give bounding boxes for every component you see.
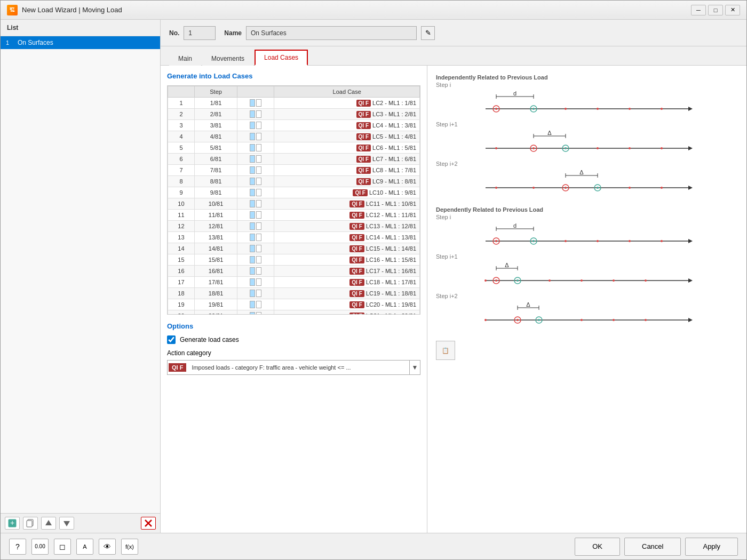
- color-dot-empty: [256, 245, 261, 252]
- color-dot-empty: [256, 166, 261, 174]
- table-row[interactable]: 18 18/81 QI F LC19 - ML1 : 18/81: [168, 288, 420, 299]
- col-lc: Load Case: [274, 86, 420, 98]
- table-row[interactable]: 15 15/81 QI F LC16 - ML1 : 15/81: [168, 254, 420, 266]
- qi-badge: QI F: [349, 234, 364, 241]
- diagram-export-icon[interactable]: 📋: [436, 341, 455, 360]
- move-down-button[interactable]: [59, 517, 74, 530]
- cell-lc: QI F LC17 - ML1 : 16/81: [274, 266, 420, 277]
- table-row[interactable]: 6 6/81 QI F LC7 - ML1 : 6/81: [168, 154, 420, 165]
- svg-point-87: [516, 319, 519, 321]
- text-button[interactable]: A: [76, 539, 93, 555]
- minimize-button[interactable]: ─: [691, 5, 706, 15]
- list-item-number: 1: [6, 39, 14, 46]
- table-row[interactable]: 11 11/81 QI F LC12 - ML1 : 11/81: [168, 210, 420, 221]
- table-row[interactable]: 14 14/81 QI F LC15 - ML1 : 14/81: [168, 243, 420, 254]
- qi-badge: QI F: [356, 111, 371, 118]
- qi-badge: QI F: [349, 201, 364, 207]
- step-i2-diagram: Δ: [436, 169, 738, 198]
- color-dot-cyan: [250, 267, 255, 275]
- table-row[interactable]: 13 13/81 QI F LC14 - ML1 : 13/81: [168, 232, 420, 243]
- help-button[interactable]: ?: [9, 539, 26, 555]
- table-row[interactable]: 19 19/81 QI F LC20 - ML1 : 19/81: [168, 299, 420, 310]
- table-row[interactable]: 17 17/81 QI F LC18 - ML1 : 17/81: [168, 277, 420, 288]
- table-row[interactable]: 3 3/81 QI F LC4 - ML1 : 3/81: [168, 120, 420, 131]
- step-i-diagram: d: [436, 90, 738, 119]
- options-section: Options Generate load cases Action categ…: [167, 322, 420, 375]
- generate-checkbox[interactable]: [167, 335, 176, 344]
- maximize-button[interactable]: □: [708, 5, 723, 15]
- cell-step: 10/81: [194, 198, 237, 210]
- tab-load-cases[interactable]: Load Cases: [255, 50, 308, 66]
- select-button[interactable]: ◻: [54, 539, 71, 555]
- cell-lc: QI F LC3 - ML1 : 2/81: [274, 109, 420, 120]
- cell-step: 18/81: [194, 288, 237, 299]
- table-row[interactable]: 16 16/81 QI F LC17 - ML1 : 16/81: [168, 266, 420, 277]
- table-row[interactable]: 12 12/81 QI F LC13 - ML1 : 12/81: [168, 221, 420, 232]
- options-title: Options: [167, 322, 420, 330]
- table-row[interactable]: 4 4/81 QI F LC5 - ML1 : 4/81: [168, 131, 420, 142]
- cell-lc: QI F LC21 - ML1 : 20/81: [274, 310, 420, 315]
- eye-button[interactable]: 👁: [99, 539, 116, 555]
- lc-text: LC12 - ML1 : 11/81: [366, 212, 416, 218]
- cell-color: [237, 288, 274, 299]
- add-item-button[interactable]: +: [5, 517, 20, 530]
- action-dropdown[interactable]: QI F Imposed loads - category F: traffic…: [167, 360, 420, 375]
- cell-lc: QI F LC8 - ML1 : 7/81: [274, 165, 420, 176]
- app-icon: 🏗: [7, 5, 18, 15]
- table-row[interactable]: 1 1/81 QI F LC2 - ML1 : 1/81: [168, 98, 420, 109]
- list-item[interactable]: 1 On Surfaces: [1, 36, 160, 49]
- no-input[interactable]: [184, 26, 216, 40]
- tab-main[interactable]: Main: [169, 51, 201, 66]
- copy-item-button[interactable]: [23, 517, 38, 530]
- cell-color: [237, 232, 274, 243]
- close-button[interactable]: ✕: [725, 5, 740, 15]
- tab-movements[interactable]: Movements: [202, 51, 253, 66]
- lc-text: LC15 - ML1 : 14/81: [366, 245, 416, 252]
- lc-text: LC11 - ML1 : 10/81: [366, 201, 416, 207]
- table-row[interactable]: 7 7/81 QI F LC8 - ML1 : 7/81: [168, 165, 420, 176]
- name-input[interactable]: [246, 26, 417, 40]
- edit-name-button[interactable]: ✎: [421, 26, 435, 40]
- lc-text: LC14 - ML1 : 13/81: [366, 234, 416, 241]
- svg-point-63: [661, 240, 663, 242]
- cell-color: [237, 142, 274, 154]
- table-row[interactable]: 5 5/81 QI F LC6 - ML1 : 5/81: [168, 142, 420, 154]
- step-i1-diagram: Δ: [436, 130, 738, 159]
- ok-button[interactable]: OK: [575, 538, 620, 556]
- table-row[interactable]: 2 2/81 QI F LC3 - ML1 : 2/81: [168, 109, 420, 120]
- cell-step: 9/81: [194, 187, 237, 198]
- cell-color: [237, 154, 274, 165]
- cell-step: 16/81: [194, 266, 237, 277]
- color-dot-empty: [256, 178, 261, 185]
- cell-step: 6/81: [194, 154, 237, 165]
- cell-step: 13/81: [194, 232, 237, 243]
- qi-badge: QI F: [349, 245, 364, 252]
- lc-text: LC13 - ML1 : 12/81: [366, 223, 416, 229]
- table-row[interactable]: 20 20/81 QI F LC21 - ML1 : 20/81: [168, 310, 420, 315]
- cell-color: [237, 165, 274, 176]
- action-dropdown-arrow[interactable]: ▼: [409, 361, 420, 374]
- dep-step-i2-diagram: Δ: [436, 301, 738, 331]
- load-cases-table-scroll[interactable]: Step Load Case 1 1/81: [168, 86, 420, 315]
- delete-item-button[interactable]: [141, 517, 156, 530]
- function-button[interactable]: f(x): [121, 539, 138, 555]
- color-dot-empty: [256, 312, 261, 315]
- table-row[interactable]: 9 9/81 QI F LC10 - ML1 : 9/81: [168, 187, 420, 198]
- color-dot-empty: [256, 133, 261, 140]
- svg-point-85: [484, 319, 487, 321]
- svg-point-21: [661, 108, 663, 110]
- title-bar-left: 🏗 New Load Wizard | Moving Load: [7, 5, 122, 15]
- qi-badge: QI F: [349, 212, 364, 219]
- apply-button[interactable]: Apply: [685, 538, 738, 556]
- cancel-button[interactable]: Cancel: [624, 538, 681, 556]
- color-dot-empty: [256, 267, 261, 275]
- svg-marker-5: [63, 521, 70, 526]
- table-row[interactable]: 10 10/81 QI F LC11 - ML1 : 10/81: [168, 198, 420, 210]
- svg-point-32: [495, 147, 497, 149]
- table-row[interactable]: 8 8/81 QI F LC9 - ML1 : 8/81: [168, 176, 420, 187]
- lc-text: LC19 - ML1 : 18/81: [366, 290, 416, 297]
- cell-color: [237, 266, 274, 277]
- color-dot-cyan: [250, 166, 255, 174]
- value-button[interactable]: 0.00: [31, 539, 49, 555]
- move-up-button[interactable]: [41, 517, 56, 530]
